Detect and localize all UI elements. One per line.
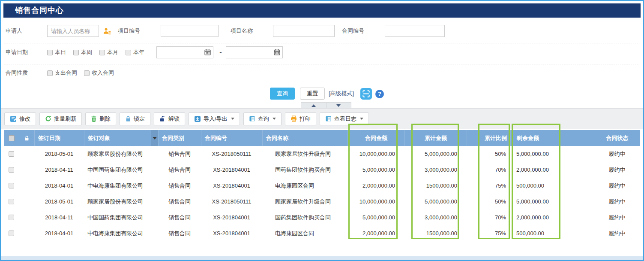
cell-contract-category: 销售合同 — [158, 178, 201, 194]
date-range-separator: - — [216, 46, 225, 58]
row-checkbox[interactable] — [9, 151, 14, 157]
unlock-icon — [159, 115, 166, 122]
contract-code-label: 合同编号 — [342, 25, 364, 37]
cell-contract-status: 履约中 — [594, 162, 640, 178]
apply-date-label: 申请日期 — [6, 46, 28, 58]
col-header-cumulative-amount[interactable]: 累计金额 — [404, 130, 467, 146]
cell-remaining-amount: 2,000,000.00 — [510, 209, 594, 225]
table-row[interactable]: 2018-04-01 中电海康集团有限公司 销售合同 XS-201804001 … — [4, 225, 640, 241]
cell-contract-status: 履约中 — [594, 178, 640, 194]
chevron-down-icon — [360, 118, 363, 120]
row-checkbox[interactable] — [9, 183, 14, 188]
document-icon — [325, 115, 332, 122]
nature-option-expense[interactable]: 支出合同 — [47, 67, 77, 79]
print-button[interactable]: 打印 — [285, 112, 316, 125]
checkbox[interactable] — [99, 50, 105, 55]
scan-icon[interactable] — [360, 88, 372, 100]
cell-contract-category: 销售合同 — [158, 225, 201, 241]
lock-button[interactable]: 锁定 — [120, 112, 150, 125]
col-header-remaining-amount[interactable]: 剩余金额 — [510, 130, 594, 146]
advanced-mode-link[interactable]: [高级模式] — [329, 88, 354, 100]
cell-sign-date: 2018-04-01 — [34, 225, 84, 241]
checkbox[interactable] — [73, 50, 79, 55]
collapse-down-button[interactable] — [326, 103, 351, 108]
table-toolbar: 修改 批量刷新 删除 锁定 解锁 导入/导出 查询 — [1, 108, 643, 129]
search-button[interactable]: 查询 — [270, 88, 295, 100]
col-header-contract-category[interactable]: 合同类别 — [158, 130, 201, 146]
refresh-icon — [45, 115, 51, 122]
separator — [4, 64, 638, 64]
cell-contract-code: XS-2018050111 — [201, 194, 262, 209]
view-log-button[interactable]: 查看日志 — [320, 112, 369, 125]
project-name-input[interactable] — [273, 25, 335, 37]
cell-sign-date: 2018-04-11 — [34, 162, 84, 178]
cell-contract-category: 销售合同 — [158, 194, 201, 209]
date-option-month[interactable]: 本月 — [99, 46, 118, 58]
table-row[interactable]: 2018-04-11 中国国药集团有限公司 销售合同 XS-201804001 … — [4, 209, 640, 225]
project-name-label: 项目名称 — [231, 25, 253, 37]
collapse-up-button[interactable] — [301, 103, 326, 108]
table-row[interactable]: 2018-05-01 顾家家居股份有限公司 销售合同 XS-2018050111… — [4, 146, 640, 162]
col-header-sign-target[interactable]: 签订对象 — [84, 130, 158, 146]
cell-contract-status: 履约中 — [594, 146, 640, 162]
cell-contract-code: XS-2018050111 — [201, 146, 262, 162]
cell-contract-name: 电海康园区合同 — [262, 225, 347, 241]
row-checkbox[interactable] — [9, 167, 14, 173]
contract-nature-label: 合同性质 — [6, 67, 28, 79]
col-header-contract-amount[interactable]: 合同金额 — [347, 130, 404, 146]
checkbox[interactable] — [47, 70, 53, 76]
row-checkbox[interactable] — [9, 199, 14, 204]
cell-contract-name: 国药集团软件购买合同 — [262, 162, 347, 178]
cell-contract-code: XS-201804001 — [201, 225, 262, 241]
calendar-icon[interactable] — [274, 49, 280, 57]
applicant-label: 申请人 — [6, 25, 22, 37]
delete-button[interactable]: 删除 — [85, 112, 116, 125]
date-option-week[interactable]: 本周 — [73, 46, 92, 58]
cell-remaining-amount: 2,000,000.00 — [510, 162, 594, 178]
date-option-today[interactable]: 本日 — [47, 46, 66, 58]
edit-button[interactable]: 修改 — [4, 112, 36, 125]
chevron-down-icon — [273, 118, 276, 120]
table-header: 签订日期 签订对象 合同类别 合同编号 合同名称 合同金额 累计金额 累计比例 … — [4, 130, 640, 146]
checkbox[interactable] — [47, 50, 53, 55]
calendar-icon[interactable] — [204, 49, 211, 57]
cell-cumulative-amount: 5,000,000.00 — [404, 146, 467, 162]
project-code-label: 项目编号 — [118, 25, 140, 37]
lock-icon — [125, 115, 131, 122]
table-row[interactable]: 2018-04-11 中国国药集团有限公司 销售合同 XS-201804001 … — [4, 162, 640, 178]
row-checkbox[interactable] — [9, 215, 14, 220]
applicant-input[interactable] — [47, 25, 99, 37]
trash-icon — [91, 115, 97, 122]
cell-sign-date: 2018-05-01 — [34, 146, 84, 162]
col-header-contract-status[interactable]: 合同状态 — [594, 130, 640, 146]
select-all-checkbox[interactable] — [9, 135, 15, 141]
cell-cumulative-ratio: 70% — [467, 162, 510, 178]
cell-contract-name: 顾家家居软件升级合同 — [262, 146, 347, 162]
col-header-contract-name[interactable]: 合同名称 — [262, 130, 347, 146]
cell-contract-amount: 10,000,000.00 — [347, 146, 404, 162]
reset-button[interactable]: 重置 — [300, 88, 325, 100]
table-row[interactable]: 2018-05-01 顾家家居股份有限公司 销售合同 XS-2018050111… — [4, 194, 640, 209]
query-menu-button[interactable]: 查询 — [243, 112, 282, 125]
cell-sign-target: 顾家家居股份有限公司 — [84, 146, 158, 162]
cell-contract-category: 销售合同 — [158, 209, 201, 225]
help-icon[interactable]: ? — [375, 90, 384, 98]
checkbox[interactable] — [84, 70, 90, 76]
import-export-button[interactable]: 导入/导出 — [189, 112, 240, 125]
cell-sign-date: 2018-04-01 — [34, 178, 84, 194]
column-filter-button[interactable] — [151, 130, 158, 146]
batch-refresh-button[interactable]: 批量刷新 — [39, 112, 82, 125]
unlock-button[interactable]: 解锁 — [154, 112, 185, 125]
row-checkbox[interactable] — [9, 231, 14, 236]
col-header-contract-code[interactable]: 合同编号 — [201, 130, 262, 146]
select-person-icon[interactable] — [103, 27, 111, 37]
col-header-cumulative-ratio[interactable]: 累计比例 — [467, 130, 510, 146]
col-header-sign-date[interactable]: 签订日期 — [34, 130, 84, 146]
project-code-input[interactable] — [161, 25, 219, 37]
table-row[interactable]: 2018-04-01 中电海康集团有限公司 销售合同 XS-201804001 … — [4, 178, 640, 194]
contract-code-input[interactable] — [385, 25, 445, 37]
nature-option-income[interactable]: 收入合同 — [84, 67, 114, 79]
cell-cumulative-ratio: 75% — [467, 225, 510, 241]
checkbox[interactable] — [126, 50, 131, 55]
date-option-year[interactable]: 本年 — [126, 46, 144, 58]
